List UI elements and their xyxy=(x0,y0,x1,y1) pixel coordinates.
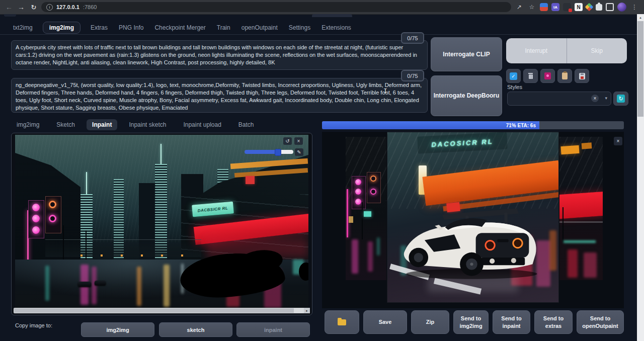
gallery-next-image[interactable] xyxy=(559,137,603,280)
extension-badge-icon[interactable] xyxy=(563,3,571,11)
scroll-right-icon[interactable]: ▸ xyxy=(304,308,310,313)
page-scrollbar[interactable]: ▲ xyxy=(637,14,644,341)
share-icon[interactable]: ↗ xyxy=(515,3,524,12)
zip-button[interactable]: Zip xyxy=(411,310,449,334)
neon-reflection xyxy=(377,237,380,255)
tab-img2img[interactable]: img2img xyxy=(43,22,80,34)
styles-dropdown[interactable]: × ▾ xyxy=(507,92,611,106)
apply-styles-button[interactable] xyxy=(557,69,572,83)
white-car-graphic xyxy=(395,203,548,281)
browser-menu-icon[interactable]: ⋮ xyxy=(630,3,639,12)
tab-mode-inpaint[interactable]: Inpaint xyxy=(87,119,117,130)
paste-params-button[interactable]: ✓ xyxy=(506,69,521,83)
reload-icon[interactable]: ↻ xyxy=(29,2,39,12)
blue-check-icon: ✓ xyxy=(510,72,517,80)
bookmark-star-icon[interactable]: ☆ xyxy=(527,3,536,12)
interrogate-clip-button[interactable]: Interrogate CLIP xyxy=(431,37,502,71)
tab-mode-img2img[interactable]: img2img xyxy=(11,119,45,130)
canvas-horizontal-scrollbar[interactable]: ▸ xyxy=(14,308,310,313)
site-info-icon[interactable]: i xyxy=(46,4,53,11)
negative-prompt-input[interactable]: ng_deepnegative_v1_75t, (worst quality, … xyxy=(11,78,428,113)
tower-antenna xyxy=(160,144,162,164)
save-style-button[interactable] xyxy=(575,69,589,83)
address-bar[interactable]: i 127.0.0.1:7860 xyxy=(41,2,511,12)
neon-reflection xyxy=(352,239,358,274)
send-to-inpaint-button[interactable]: Send to inpaint xyxy=(493,310,530,334)
copy-to-img2img-button[interactable]: img2img xyxy=(81,322,154,337)
prompt-token-counter: 0/75 xyxy=(401,32,424,44)
copy-to-sketch-button[interactable]: sketch xyxy=(159,322,232,337)
neon-circle xyxy=(32,226,40,234)
copy-image-to-label: Copy image to: xyxy=(15,322,52,328)
canvas-clear-icon[interactable]: × xyxy=(294,137,303,145)
back-icon[interactable]: ← xyxy=(4,2,14,12)
tab-mode-inpaint-upload[interactable]: Inpaint upload xyxy=(178,119,226,130)
brush-size-slider[interactable] xyxy=(245,150,293,154)
send-to-openoutpaint-button[interactable]: Send to openOutpaint xyxy=(577,310,624,334)
tab-mode-batch[interactable]: Batch xyxy=(233,119,260,130)
save-button[interactable]: Save xyxy=(363,310,407,334)
generation-controls: Interrupt Skip xyxy=(506,38,627,63)
street-pole xyxy=(562,207,564,242)
forward-icon[interactable]: → xyxy=(16,2,26,12)
tab-checkpoint-merger[interactable]: Checkpoint Merger xyxy=(153,22,206,33)
scrollbar-thumb[interactable] xyxy=(637,21,643,117)
open-output-folder-button[interactable] xyxy=(325,310,359,334)
teal-glow xyxy=(564,240,596,243)
tab-txt2img[interactable]: txt2img xyxy=(12,22,34,33)
sidebar-toggle-icon[interactable] xyxy=(606,3,614,11)
extension-ia-icon[interactable]: IA xyxy=(551,3,559,11)
neon-circle xyxy=(355,189,361,195)
neon-reflection xyxy=(368,241,373,272)
copy-to-inpaint-button: inpaint xyxy=(236,322,310,337)
clear-prompt-button[interactable] xyxy=(523,69,538,83)
neon-reflection xyxy=(584,252,597,278)
neon-reflection xyxy=(549,230,556,271)
profile-avatar[interactable] xyxy=(617,3,626,12)
neon-circle xyxy=(355,199,361,205)
tab-extras[interactable]: Extras xyxy=(90,22,109,33)
refresh-styles-button[interactable]: ↻ xyxy=(613,92,628,106)
extension-diamond-icon[interactable] xyxy=(585,3,594,12)
negative-token-counter: 0/75 xyxy=(401,70,424,81)
canvas-undo-icon[interactable]: ↺ xyxy=(283,137,292,145)
gallery-close-icon[interactable]: × xyxy=(614,137,622,145)
tab-settings[interactable]: Settings xyxy=(288,22,311,33)
brush-icon[interactable]: ✎ xyxy=(295,148,303,156)
tab-png-info[interactable]: PNG Info xyxy=(118,22,144,33)
url-host: 127.0.0.1 xyxy=(56,4,79,10)
red-banner xyxy=(559,192,603,219)
extra-networks-button[interactable] xyxy=(540,69,555,83)
refresh-icon: ↻ xyxy=(617,95,625,103)
tab-mode-inpaint-sketch[interactable]: Inpaint sketch xyxy=(123,119,172,130)
distant-car xyxy=(95,281,106,285)
extension-n-icon[interactable]: N xyxy=(575,3,583,11)
tab-openoutpaint[interactable]: openOutpaint xyxy=(240,22,279,33)
styles-label: Styles xyxy=(507,84,522,90)
output-main-image[interactable]: DACOSICR RL xyxy=(387,132,558,302)
styles-clear-icon[interactable]: × xyxy=(591,95,599,102)
tab-train[interactable]: Train xyxy=(216,22,231,33)
skip-button[interactable]: Skip xyxy=(567,38,627,63)
inpaint-canvas-image[interactable]: DACBSICR RL xyxy=(15,135,308,308)
pink-neon-sign xyxy=(352,176,366,209)
neon-reflection xyxy=(164,265,170,307)
tab-mode-sketch[interactable]: Sketch xyxy=(51,119,80,130)
prompt-input[interactable]: A cyberpunk city street with lots of tra… xyxy=(11,40,428,70)
send-to-img2img-button[interactable]: Send to img2img xyxy=(453,310,489,334)
extension-icon[interactable] xyxy=(540,3,548,11)
extensions-puzzle-icon[interactable] xyxy=(596,4,602,11)
pink-neon-sign xyxy=(28,200,44,238)
brush-size-slider-thumb[interactable] xyxy=(275,149,281,156)
interrupt-button[interactable]: Interrupt xyxy=(506,38,567,63)
chevron-down-icon[interactable]: ▾ xyxy=(605,96,607,101)
interrogate-deepbooru-button[interactable]: Interrogate DeepBooru xyxy=(431,75,502,116)
street-pole xyxy=(362,202,363,239)
scroll-up-icon[interactable]: ▲ xyxy=(637,14,644,21)
neon-reflection xyxy=(568,249,578,278)
gallery-previous-image[interactable] xyxy=(346,137,386,280)
send-to-extras-button[interactable]: Send to extras xyxy=(534,310,573,334)
scrollbar-thumb[interactable] xyxy=(14,308,294,313)
teal-sign xyxy=(364,211,371,217)
tab-extensions[interactable]: Extensions xyxy=(320,22,352,33)
